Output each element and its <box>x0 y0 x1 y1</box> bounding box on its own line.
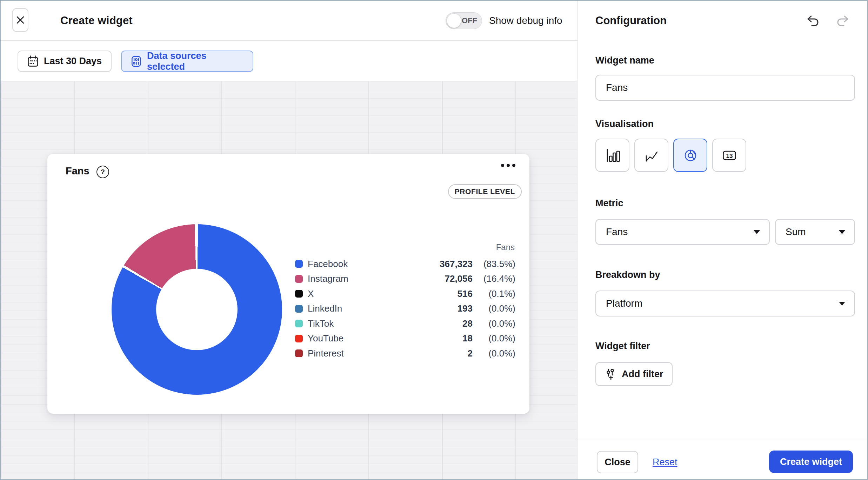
toggle-state-label: OFF <box>462 13 477 29</box>
legend-column-header: Fans <box>295 242 515 252</box>
legend-percent: (0.1%) <box>473 288 515 299</box>
add-filter-button[interactable]: Add filter <box>595 362 673 386</box>
viz-option-donut-chart[interactable] <box>673 139 707 172</box>
donut-chart <box>112 224 282 395</box>
date-range-button[interactable]: Last 30 Days <box>18 51 112 72</box>
legend-swatch <box>295 290 303 298</box>
visualisation-label: Visualisation <box>595 119 654 129</box>
widget-name-input[interactable] <box>606 82 844 93</box>
legend-value: 18 <box>401 333 473 344</box>
legend-swatch <box>295 260 303 268</box>
svg-text:13: 13 <box>726 152 733 159</box>
toolbar: Last 30 Days Data sources selected <box>1 41 577 81</box>
add-filter-label: Add filter <box>622 369 663 380</box>
legend-row: TikTok28(0.0%) <box>295 316 515 331</box>
help-icon[interactable]: ? <box>96 166 109 178</box>
legend-value: 193 <box>401 303 473 314</box>
redo-arrow-icon <box>835 13 851 29</box>
footer-divider <box>577 440 868 440</box>
legend-swatch <box>295 349 303 357</box>
calendar-icon <box>27 55 39 68</box>
sliders-plus-icon <box>605 368 617 380</box>
legend-label: Pinterest <box>308 348 401 359</box>
legend-row: Pinterest2(0.0%) <box>295 346 515 361</box>
breakdown-dropdown[interactable]: Platform <box>595 291 855 316</box>
number-icon: 13 <box>722 148 737 163</box>
legend-label: Instagram <box>308 273 401 284</box>
legend-row: Facebook367,323(83.5%) <box>295 256 515 272</box>
legend-label: X <box>308 288 401 299</box>
legend-percent: (83.5%) <box>473 259 515 269</box>
date-range-label: Last 30 Days <box>44 56 102 67</box>
legend-percent: (0.0%) <box>473 348 515 359</box>
widget-title: Fans <box>66 165 89 177</box>
undo-button[interactable] <box>805 13 820 29</box>
legend-percent: (0.0%) <box>473 333 515 344</box>
aggregation-value: Sum <box>786 226 806 238</box>
viz-option-line-chart[interactable] <box>634 139 668 172</box>
chart-legend-rows: Facebook367,323(83.5%)Instagram72,056(16… <box>295 256 515 361</box>
caret-down-icon <box>839 302 845 306</box>
widget-filter-label: Widget filter <box>595 341 650 352</box>
widget-name-field[interactable] <box>595 75 855 101</box>
legend-swatch <box>295 305 303 313</box>
close-dialog-button[interactable] <box>12 8 28 32</box>
create-widget-button[interactable]: Create widget <box>769 451 853 473</box>
legend-value: 72,056 <box>401 273 473 284</box>
viz-option-bar-chart[interactable] <box>595 139 629 172</box>
data-sources-label: Data sources selected <box>147 51 244 72</box>
profile-level-badge: PROFILE LEVEL <box>448 184 522 199</box>
widget-name-label: Widget name <box>595 55 654 66</box>
legend-value: 28 <box>401 318 473 329</box>
legend-label: TikTok <box>308 318 401 329</box>
legend-label: Facebook <box>308 259 401 269</box>
visualisation-options: 13 <box>595 139 746 172</box>
breakdown-value: Platform <box>606 298 642 309</box>
legend-swatch <box>295 320 303 327</box>
legend-label: LinkedIn <box>308 303 401 314</box>
donut-chart-icon <box>683 148 698 163</box>
debug-toggle[interactable]: OFF <box>446 12 482 29</box>
metric-dropdown[interactable]: Fans <box>595 219 770 245</box>
more-menu-icon[interactable] <box>501 164 515 167</box>
reset-link[interactable]: Reset <box>653 451 677 473</box>
binary-chip-icon <box>130 55 142 68</box>
page-title: Create widget <box>60 1 133 41</box>
create-widget-screen: Create widget OFF Show debug info Last 3… <box>0 0 868 480</box>
legend-row: X516(0.1%) <box>295 286 515 301</box>
undo-arrow-icon <box>805 13 820 29</box>
legend-row: Instagram72,056(16.4%) <box>295 272 515 287</box>
debug-toggle-label: Show debug info <box>489 1 562 41</box>
viz-option-number[interactable]: 13 <box>712 139 746 172</box>
widget-preview-card: Fans ? PROFILE LEVEL Fans Facebook367,32… <box>47 154 529 414</box>
legend-percent: (16.4%) <box>473 273 515 284</box>
legend-value: 367,323 <box>401 259 473 269</box>
close-button[interactable]: Close <box>597 451 638 473</box>
configuration-title: Configuration <box>595 1 667 41</box>
legend-label: YouTube <box>308 333 401 344</box>
app-header: Create widget OFF Show debug info <box>1 1 577 41</box>
aggregation-dropdown[interactable]: Sum <box>775 219 855 245</box>
legend-percent: (0.0%) <box>473 318 515 329</box>
legend-value: 2 <box>401 348 473 359</box>
caret-down-icon <box>839 230 845 234</box>
x-icon <box>16 15 25 25</box>
data-sources-button[interactable]: Data sources selected <box>121 51 253 72</box>
bar-chart-icon <box>605 148 620 163</box>
chart-legend: Fans Facebook367,323(83.5%)Instagram72,0… <box>295 242 515 361</box>
legend-percent: (0.0%) <box>473 303 515 314</box>
caret-down-icon <box>754 230 760 234</box>
metric-label: Metric <box>595 198 623 209</box>
redo-button[interactable] <box>835 13 851 29</box>
legend-value: 516 <box>401 288 473 299</box>
legend-swatch <box>295 335 303 342</box>
breakdown-label: Breakdown by <box>595 269 660 280</box>
legend-row: YouTube18(0.0%) <box>295 331 515 346</box>
configuration-panel: Configuration Widget name Visualisation <box>577 1 868 480</box>
legend-row: LinkedIn193(0.0%) <box>295 301 515 316</box>
metric-value: Fans <box>606 226 628 238</box>
line-chart-icon <box>644 148 659 163</box>
legend-swatch <box>295 275 303 283</box>
donut-hole <box>156 269 238 350</box>
toggle-knob <box>447 14 461 28</box>
